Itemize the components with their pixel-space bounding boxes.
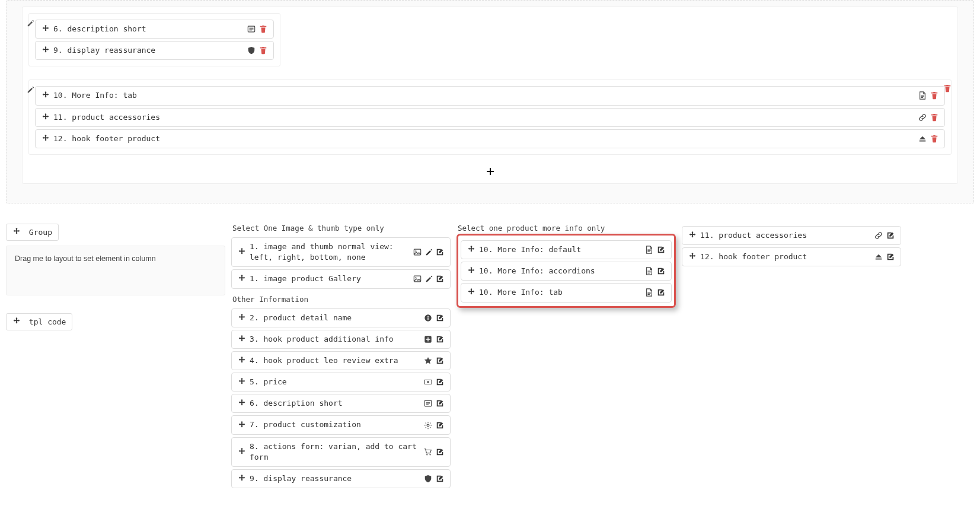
- group-draggable[interactable]: Group: [6, 224, 59, 241]
- move-icon[interactable]: [238, 448, 246, 456]
- layout-column: 6. description short 9. display reassura…: [22, 7, 958, 184]
- move-icon[interactable]: [688, 253, 697, 261]
- move-icon[interactable]: [42, 91, 50, 100]
- link-icon: [918, 113, 927, 122]
- palette-col-moreinfo: Select one product more info only 10. Mo…: [457, 224, 676, 308]
- element-row[interactable]: 1. image product Gallery: [231, 269, 451, 288]
- move-icon[interactable]: [42, 135, 50, 143]
- move-icon[interactable]: [467, 288, 475, 297]
- element-row[interactable]: 2. product detail name: [231, 308, 451, 327]
- move-icon[interactable]: [12, 228, 21, 236]
- palette-col-group: Group Drag me to layout to set element i…: [6, 224, 225, 330]
- square-list-icon: [424, 399, 432, 408]
- pencil-icon[interactable]: [425, 275, 433, 283]
- eject-icon: [918, 135, 927, 143]
- pencil-icon[interactable]: [27, 19, 35, 27]
- element-row[interactable]: 10. More Info: tab: [461, 283, 672, 302]
- move-icon[interactable]: [42, 46, 50, 55]
- add-block-button[interactable]: [28, 163, 952, 177]
- edit-icon[interactable]: [436, 399, 444, 408]
- move-icon[interactable]: [467, 267, 475, 275]
- element-label: 5. price: [250, 377, 420, 387]
- star-icon: [424, 357, 432, 365]
- element-label: 12. hook footer product: [53, 133, 915, 144]
- element-row[interactable]: 11. product accessories: [682, 226, 901, 245]
- layout-dropzone[interactable]: 6. description short 9. display reassura…: [6, 0, 974, 203]
- move-icon[interactable]: [42, 113, 50, 122]
- edit-icon[interactable]: [436, 421, 444, 429]
- element-label: 7. product customization: [250, 419, 420, 430]
- move-icon[interactable]: [238, 378, 246, 386]
- element-label: 10. More Info: default: [479, 244, 641, 255]
- trash-icon[interactable]: [930, 113, 938, 122]
- move-icon[interactable]: [238, 314, 246, 322]
- element-label: 8. actions form: varian, add to cart for…: [250, 441, 420, 463]
- element-row[interactable]: 10. More Info: tab: [35, 86, 945, 105]
- move-icon[interactable]: [467, 246, 475, 254]
- trash-icon[interactable]: [930, 135, 938, 143]
- trash-icon[interactable]: [930, 91, 938, 100]
- pencil-icon[interactable]: [425, 248, 433, 256]
- palette-col-extras: 11. product accessories 12. hook footer …: [682, 224, 901, 266]
- move-icon[interactable]: [688, 231, 697, 240]
- element-label: 6. description short: [250, 398, 420, 409]
- element-row[interactable]: 12. hook footer product: [35, 129, 945, 148]
- move-icon[interactable]: [238, 357, 246, 365]
- tpl-code-draggable[interactable]: tpl code: [6, 313, 72, 330]
- move-icon[interactable]: [238, 399, 246, 408]
- element-row[interactable]: 8. actions form: varian, add to cart for…: [231, 437, 451, 467]
- element-row[interactable]: 7. product customization: [231, 415, 451, 434]
- element-row[interactable]: 6. description short: [231, 394, 451, 413]
- element-label: 12. hook footer product: [700, 252, 871, 262]
- move-icon[interactable]: [238, 475, 246, 483]
- edit-icon[interactable]: [436, 275, 444, 283]
- edit-icon[interactable]: [657, 288, 665, 297]
- element-row[interactable]: 10. More Info: default: [461, 240, 672, 259]
- element-label: 10. More Info: tab: [53, 90, 915, 101]
- gear-outline-icon: [424, 421, 432, 429]
- edit-icon[interactable]: [657, 246, 665, 254]
- element-label: 10. More Info: tab: [479, 287, 641, 298]
- element-label: 9. display reassurance: [53, 45, 244, 56]
- edit-icon[interactable]: [436, 335, 444, 343]
- element-row[interactable]: 6. description short: [35, 20, 274, 39]
- move-icon[interactable]: [238, 335, 246, 343]
- layout-block-short[interactable]: 6. description short 9. display reassura…: [28, 13, 280, 66]
- move-icon[interactable]: [42, 25, 50, 33]
- edit-icon[interactable]: [436, 248, 444, 256]
- edit-icon[interactable]: [886, 253, 895, 261]
- link-icon: [874, 231, 883, 240]
- edit-icon[interactable]: [436, 475, 444, 483]
- edit-icon[interactable]: [436, 357, 444, 365]
- element-label: 2. product detail name: [250, 313, 420, 323]
- group-label: Group: [29, 228, 52, 237]
- edit-icon[interactable]: [886, 231, 895, 240]
- move-icon[interactable]: [238, 248, 246, 256]
- file-icon: [645, 288, 653, 297]
- section-title: Select one product more info only: [458, 224, 676, 233]
- element-row[interactable]: 5. price: [231, 373, 451, 392]
- trash-icon[interactable]: [259, 46, 267, 55]
- edit-icon[interactable]: [657, 267, 665, 275]
- layout-block-wide[interactable]: 10. More Info: tab 11. product accessori…: [28, 79, 952, 155]
- image-icon: [413, 248, 422, 256]
- element-row[interactable]: 9. display reassurance: [231, 469, 451, 488]
- edit-icon[interactable]: [436, 448, 444, 456]
- trash-icon[interactable]: [259, 25, 267, 33]
- element-row[interactable]: 12. hook footer product: [682, 247, 901, 266]
- edit-icon[interactable]: [436, 314, 444, 322]
- move-icon[interactable]: [238, 421, 246, 429]
- element-label: 10. More Info: accordions: [479, 266, 641, 276]
- tpl-label: tpl code: [29, 317, 66, 326]
- element-row[interactable]: 11. product accessories: [35, 108, 945, 127]
- move-icon[interactable]: [12, 317, 21, 326]
- element-row[interactable]: 10. More Info: accordions: [461, 262, 672, 281]
- palette-col-image-other: Select One Image & thumb type only 1. im…: [231, 224, 451, 488]
- element-row[interactable]: 4. hook product leo review extra: [231, 351, 451, 370]
- element-row[interactable]: 3. hook product additional info: [231, 330, 451, 349]
- edit-icon[interactable]: [436, 378, 444, 386]
- element-row[interactable]: 1. image and thumb normal view: left, ri…: [231, 237, 451, 267]
- pencil-icon[interactable]: [27, 85, 35, 94]
- element-row[interactable]: 9. display reassurance: [35, 41, 274, 60]
- move-icon[interactable]: [238, 275, 246, 283]
